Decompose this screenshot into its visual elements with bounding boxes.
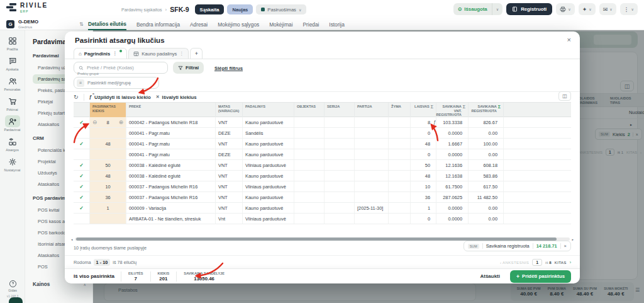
document-code: SFK-9 — [170, 6, 189, 13]
search-input[interactable] — [87, 65, 162, 71]
document-tab[interactable]: Bendra informacija — [136, 19, 180, 30]
nav-rail-icon — [5, 95, 20, 107]
filter-tab-main[interactable]: ⌂ Pagrindinis ⋮ — [74, 48, 127, 59]
tab-menu-icon[interactable]: ⋮ — [113, 51, 117, 56]
cell-objektas — [294, 214, 325, 224]
scroll-left-icon[interactable]: ◂ — [71, 237, 73, 241]
sigma-icon[interactable]: Σ — [463, 105, 465, 110]
quantity-cell[interactable] — [90, 214, 126, 224]
fill-icon: ƒ= — [89, 94, 92, 100]
actions-button[interactable]: ✦ ∨ — [579, 3, 596, 15]
fill-from-free-button[interactable]: ƒ= Užpildyti iš laisvo kiekio — [89, 94, 151, 100]
quantity-cell[interactable]: 36 — [90, 192, 126, 202]
quantity-cell[interactable] — [90, 149, 126, 159]
cell-savikaina-vnt: 61.7500 — [436, 181, 469, 192]
nav-rail-item[interactable]: Apskaita — [1, 55, 24, 71]
refresh-icon[interactable]: ↻ — [74, 94, 79, 100]
document-tab[interactable]: Istorija — [329, 19, 344, 30]
account-switcher[interactable]: G G-DEMO Giedrius — [6, 20, 38, 29]
sigma-icon-active[interactable]: Σ — [498, 105, 501, 110]
scroll-right-icon[interactable]: ▸ — [572, 237, 574, 241]
table-row[interactable]: 000041 - Pagr.matu DEZE Kauno parduotuvė… — [74, 149, 571, 160]
add-selected-button[interactable]: + Pridėti pasirinktus — [510, 270, 571, 283]
close-icon[interactable]: × — [560, 243, 567, 249]
column-header-qty[interactable]: PASIRINKTAS KIEKIS — [90, 103, 126, 119]
top-bar: RIVILE ERP Pardavimų sąskaitos › SFK-9 S… — [0, 0, 644, 19]
saskaita-badge[interactable]: Sąskaita — [195, 4, 225, 14]
table-row[interactable]: ✓ 48 000041 - Pagr.matu VNT Kauno parduo… — [74, 139, 571, 149]
nav-rail-item[interactable]: Personalas — [1, 75, 24, 91]
page-number-input[interactable]: 1 — [532, 259, 542, 266]
quantity-cell[interactable]: 48 — [90, 171, 126, 181]
nav-rail-item[interactable]: Nustatymai — [1, 156, 24, 172]
document-tab[interactable]: Mokėjimai — [269, 19, 292, 30]
column-header[interactable]: SAVIKAINA REGISTRUOTAΣ — [469, 103, 504, 119]
document-tab[interactable]: Detalios eilutės — [88, 19, 126, 30]
table-row[interactable]: ✓ 36 000037 - Padangos Michelin R16 VNT … — [74, 192, 571, 203]
table-row[interactable]: ✓ 1 000009 - Variacija VNT Kauno parduot… — [74, 203, 571, 214]
nav-rail-item[interactable]: Pardavimai — [1, 115, 24, 132]
print-button[interactable]: ∨ — [556, 3, 574, 15]
document-tab[interactable]: Mokėjimo sąlygos — [218, 19, 259, 30]
cancel-button[interactable]: Atšaukti — [480, 273, 500, 279]
column-header[interactable]: MATAS (VARIACIJA) — [216, 103, 243, 119]
quantity-cell[interactable]: 1 — [90, 203, 126, 213]
column-settings-button[interactable]: ◫ — [558, 91, 571, 101]
table-row[interactable]: ✓ 10 000037 - Padangos Michelin R16 VNT … — [74, 181, 571, 192]
column-header[interactable]: SAVIKAINA VNT. REGISTRUOTAΣ — [436, 103, 469, 119]
filter-tab-branch[interactable]: Kauno padalinys ⋮ — [128, 48, 189, 59]
breadcrumb[interactable]: Pardavimų sąskaitos — [121, 8, 162, 12]
table-row[interactable]: ARBATA-01 - Ne šiandien, stresiuk Vnt Vi… — [74, 214, 571, 224]
prev-page-button[interactable]: ‹ ANKSTESNIS — [500, 260, 529, 265]
group-filter-field[interactable]: = Pasirinkti medį/grupę — [74, 77, 159, 89]
mail-button[interactable]: ✉ ∨ — [599, 3, 616, 15]
table-row[interactable]: 000041 - Pagr.matu DEZE Sandėlis 0 0.000… — [74, 128, 571, 139]
table-row[interactable]: ✓ 48 000038 - Kalėdinė eglutė VNT Kauno … — [74, 171, 571, 181]
sigma-icon[interactable]: Σ — [431, 105, 433, 110]
tab-menu-icon[interactable]: ⋮ — [179, 51, 184, 56]
add-tab-button[interactable]: + — [190, 48, 203, 59]
fill-from-free-icon[interactable]: ƒ= — [433, 119, 436, 125]
account-swap-icon[interactable]: ⇅ — [79, 21, 84, 27]
quantity-cell[interactable]: ⊖ 8 ⊕ — [90, 117, 126, 127]
selected-stat: SAVIKAINA SANDĖLYJE 13050.46 — [176, 272, 231, 282]
nav-rail-item[interactable]: Atsargos — [1, 135, 24, 152]
quantity-cell[interactable]: 10 — [90, 181, 126, 192]
filters-button[interactable]: Filtrai — [173, 62, 204, 74]
column-header[interactable]: SERIJA — [325, 103, 355, 119]
register-button[interactable]: Registruoti — [506, 3, 552, 15]
help-guide-button[interactable]: Gidas v1.248.3 — [0, 280, 25, 298]
column-header[interactable]: LAISVASΣ — [411, 103, 436, 119]
document-tab[interactable]: Priedai — [303, 19, 319, 30]
increase-quantity-icon[interactable]: ⊕ — [119, 119, 123, 125]
status-dropdown[interactable]: Pasiruošimas ∨ — [256, 4, 306, 14]
saved-split-button[interactable]: ⊙ Išsaugota ∨ — [453, 3, 502, 15]
more-button[interactable]: ⋮ ∨ — [620, 3, 638, 15]
quantity-cell[interactable]: 50 — [90, 160, 126, 170]
table-row[interactable]: ✓ 50 000038 - Kalėdinė eglutė VNT Vilnia… — [74, 160, 571, 171]
naujas-badge[interactable]: Naujas — [227, 4, 253, 14]
cell-matas: VNT — [216, 117, 243, 127]
column-header[interactable]: PADALINYS — [243, 103, 294, 119]
column-header[interactable]: ŽYMA — [389, 103, 411, 119]
cell-laisvas: 0 — [411, 149, 436, 159]
nav-rail-item[interactable]: Pradžia — [1, 35, 24, 51]
clear-quantities-button[interactable]: ✕ Išvalyti kiekius — [156, 94, 197, 100]
hide-filters-link[interactable]: Slėpti filtrus — [214, 66, 243, 71]
column-header[interactable]: OBJEKTAS — [294, 103, 325, 119]
next-page-button[interactable]: KITAS — [555, 260, 567, 265]
cell-matas: DEZE — [216, 128, 243, 138]
column-header[interactable]: PARTIJA — [355, 103, 389, 119]
nav-rail-item[interactable]: Pirkimai — [1, 95, 24, 111]
chat-bubble-button[interactable] — [9, 297, 23, 303]
quantity-cell[interactable] — [90, 128, 126, 138]
close-icon[interactable]: × — [567, 36, 571, 43]
document-tab[interactable]: Adresai — [190, 19, 208, 30]
user-name: Giedrius — [18, 25, 38, 30]
decrease-quantity-icon[interactable]: ⊖ — [92, 119, 97, 125]
quantity-cell[interactable]: 48 — [90, 139, 126, 149]
column-header[interactable]: PREKĖ — [126, 103, 216, 119]
cell-laisvas: 0 — [411, 128, 436, 138]
table-row[interactable]: ✓ ⊖ 8 ⊕ 000042 - Padangos Michelin R18 V… — [74, 117, 571, 128]
sum-savikaina-badge[interactable]: SUM Savikaina registruota 14 218.71 × — [464, 241, 571, 251]
